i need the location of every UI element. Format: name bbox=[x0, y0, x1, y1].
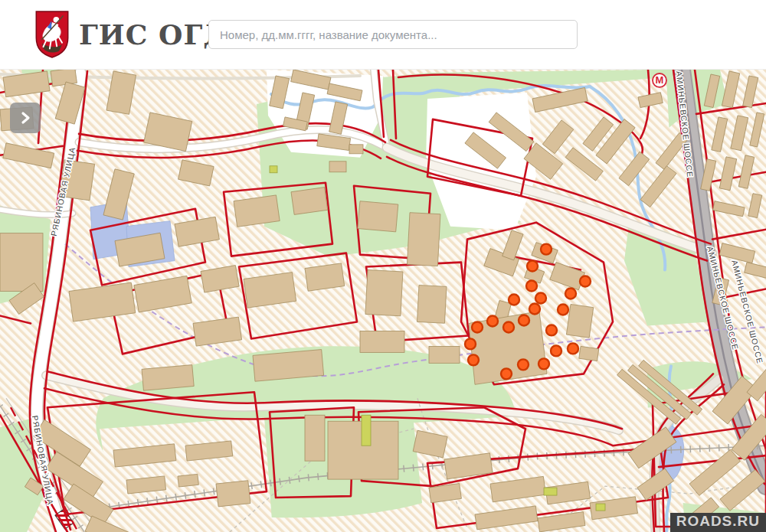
document-marker[interactable] bbox=[529, 303, 540, 314]
metro-letter: М bbox=[656, 74, 664, 86]
document-marker[interactable] bbox=[551, 345, 561, 356]
document-marker[interactable] bbox=[465, 338, 476, 349]
gis-ogd-app: ГИС ОГД bbox=[0, 0, 766, 532]
document-marker[interactable] bbox=[558, 304, 568, 315]
document-marker[interactable] bbox=[487, 315, 498, 326]
document-marker[interactable] bbox=[526, 281, 537, 292]
map-watermark: ROADS.RU bbox=[670, 513, 766, 532]
map-canvas[interactable]: М РЯБИНОВАЯ УЛИЦАРЯБИНОВАЯ УЛИЦААМИНЬЕВС… bbox=[0, 69, 766, 532]
document-marker[interactable] bbox=[509, 295, 519, 305]
document-marker[interactable] bbox=[546, 325, 557, 335]
document-marker[interactable] bbox=[580, 276, 591, 287]
sidebar-expand-button[interactable] bbox=[10, 103, 41, 133]
document-marker[interactable] bbox=[565, 289, 576, 299]
document-marker[interactable] bbox=[527, 261, 538, 272]
app-header: ГИС ОГД bbox=[0, 0, 766, 69]
document-marker[interactable] bbox=[538, 358, 549, 369]
document-marker[interactable] bbox=[541, 244, 552, 255]
document-marker[interactable] bbox=[472, 321, 483, 332]
metro-station-icon[interactable]: М bbox=[653, 73, 666, 87]
search-input[interactable] bbox=[208, 20, 578, 49]
document-marker[interactable] bbox=[535, 293, 546, 304]
moscow-coat-of-arms-logo bbox=[34, 9, 70, 60]
document-marker[interactable] bbox=[518, 359, 529, 370]
app-title: ГИС ОГД bbox=[79, 18, 228, 51]
document-marker[interactable] bbox=[468, 354, 479, 365]
basemap-svg: М РЯБИНОВАЯ УЛИЦАРЯБИНОВАЯ УЛИЦААМИНЬЕВС… bbox=[0, 70, 766, 532]
document-marker[interactable] bbox=[503, 321, 514, 332]
logo-graphic bbox=[34, 9, 70, 60]
document-marker[interactable] bbox=[501, 368, 512, 379]
document-marker[interactable] bbox=[519, 315, 529, 325]
document-marker[interactable] bbox=[568, 343, 578, 354]
chevron-right-icon bbox=[18, 110, 32, 126]
